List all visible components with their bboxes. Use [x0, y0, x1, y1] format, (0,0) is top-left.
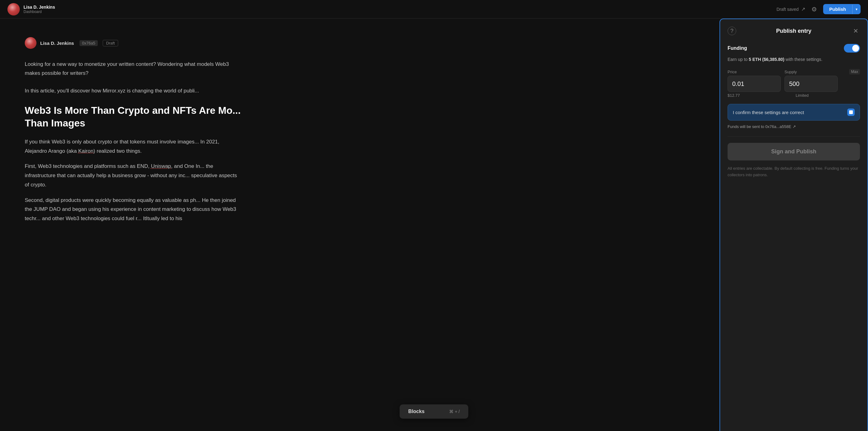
funding-amount: 5 ETH ($6,385.80) [749, 57, 784, 62]
toggle-track [844, 44, 860, 53]
panel-title: Publish entry [736, 28, 851, 34]
article-intro-1: Looking for a new way to monetize your w… [25, 60, 241, 78]
publish-caret[interactable]: ▾ [852, 5, 861, 14]
blocks-toolbar: Blocks ⌘ + / [400, 404, 468, 419]
publish-button-group: Publish ▾ [823, 4, 861, 14]
panel-header: ? Publish entry ✕ [727, 27, 860, 35]
divider [727, 136, 860, 137]
funding-description: Earn up to 5 ETH ($6,385.80) with these … [727, 56, 860, 63]
supply-input[interactable] [785, 80, 838, 88]
price-usd: $12.77 [727, 93, 792, 98]
blocks-shortcut: ⌘ + / [449, 409, 460, 414]
draft-saved-status: Draft saved ↗ [776, 6, 805, 12]
confirm-checkbox[interactable] [847, 108, 855, 116]
main-layout: Lisa D. Jenkins 0x76a5 Draft Looking for… [0, 19, 868, 431]
kairon-link: Kairon [78, 148, 93, 154]
max-label: Max [849, 69, 860, 74]
article-para-3: Second, digital products were quickly be… [25, 196, 241, 223]
funding-row: Funding [727, 44, 860, 53]
article-para-2: First, Web3 technologies and platforms s… [25, 162, 241, 189]
confirm-row[interactable]: I confirm these settings are correct [727, 104, 860, 121]
supply-type: Limited [796, 93, 860, 98]
confirm-checkbox-inner [849, 110, 853, 114]
funds-destination: Funds will be sent to 0x76a...a558E ↗ [727, 124, 860, 129]
user-sub: Dashboard [24, 9, 55, 14]
user-name: Lisa D. Jenkins [24, 5, 55, 9]
supply-input-group [784, 76, 838, 92]
article-intro-2: In this article, you'll discover how Mir… [25, 87, 241, 96]
article-body: Looking for a new way to monetize your w… [25, 60, 241, 223]
sign-publish-button[interactable]: Sign and Publish [727, 143, 860, 161]
funding-toggle[interactable] [844, 44, 860, 53]
price-supply-inputs: ETH [727, 76, 860, 92]
topnav: Lisa D. Jenkins Dashboard Draft saved ↗ … [0, 0, 868, 19]
avatar [7, 3, 20, 15]
author-name: Lisa D. Jenkins [40, 40, 74, 46]
price-input-group: ETH [727, 76, 781, 92]
price-supply-grid: Price Supply Max [727, 69, 860, 74]
supply-label: Supply [784, 70, 838, 74]
article-para-1: If you think Web3 is only about crypto o… [25, 137, 241, 156]
funding-label: Funding [727, 45, 747, 51]
help-icon[interactable]: ? [727, 27, 736, 35]
confirm-text: I confirm these settings are correct [733, 110, 843, 115]
blocks-label: Blocks [408, 409, 425, 414]
publish-footnote: All entries are collectable. By default … [727, 165, 860, 178]
publish-button[interactable]: Publish [823, 4, 852, 14]
settings-icon[interactable]: ⚙ [810, 4, 818, 14]
topnav-right: Draft saved ↗ ⚙ Publish ▾ [776, 4, 861, 14]
author-address: 0x76a5 [80, 40, 98, 46]
external-link-icon[interactable]: ↗ [801, 6, 805, 12]
uniswap-link: Uniswap [151, 163, 171, 169]
article-heading: Web3 Is More Than Crypto and NFTs Are Mo… [25, 104, 241, 130]
price-supply-sub: $12.77 Limited [727, 93, 860, 98]
close-icon[interactable]: ✕ [851, 27, 860, 35]
author-avatar [25, 37, 36, 49]
topnav-left: Lisa D. Jenkins Dashboard [7, 3, 55, 15]
price-input[interactable] [728, 80, 781, 88]
toggle-thumb [852, 45, 859, 52]
publish-panel: ? Publish entry ✕ Funding Earn up to 5 E… [719, 19, 868, 431]
price-label: Price [727, 70, 781, 74]
draft-badge: Draft [103, 40, 118, 46]
user-info: Lisa D. Jenkins Dashboard [24, 5, 55, 14]
